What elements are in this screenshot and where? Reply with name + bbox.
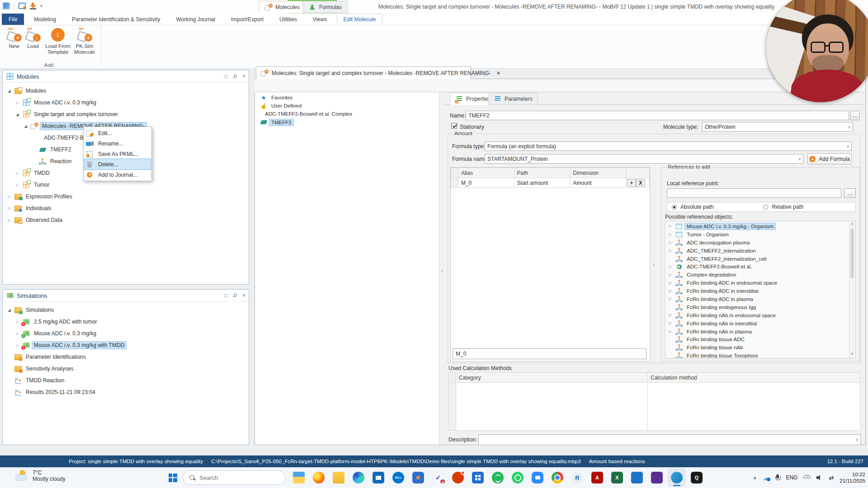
simulations-tree-item[interactable]: Parameter Identifications	[3, 351, 249, 363]
local-reference-ellipsis-button[interactable]: …	[844, 188, 856, 198]
pksim-molecule-button[interactable]: OH PK-Sim Molecule	[71, 27, 99, 61]
menu-tab[interactable]: File	[2, 14, 24, 25]
expander-icon[interactable]	[6, 89, 12, 93]
expander-icon[interactable]	[667, 224, 673, 228]
referenced-object-item[interactable]: Complex degradation	[666, 271, 855, 279]
taskbar-app-slot[interactable]	[529, 469, 546, 486]
simulations-tree-item[interactable]: Mouse ADC i.v. 0.3 mg/kg with TMDD	[3, 339, 249, 351]
molecule-type-select[interactable]: OtherProtein	[702, 122, 853, 131]
taskbar-app-slot[interactable]	[370, 469, 387, 486]
name-ellipsis-button[interactable]: …	[850, 111, 860, 120]
simulations-tree-item[interactable]: 2.5 mg/kg ADC with tumor	[3, 316, 249, 328]
edge-icon[interactable]	[353, 472, 364, 483]
col-dimension[interactable]: Dimension	[570, 168, 626, 178]
expander-icon[interactable]	[667, 321, 673, 325]
referenced-object-item[interactable]: FcRn binding nAb in plasma	[666, 328, 855, 336]
modules-tree-item[interactable]: Individuals	[3, 202, 249, 214]
context-menu-item[interactable]: Delete...	[85, 159, 151, 169]
expander-icon[interactable]	[667, 281, 673, 285]
expander-icon[interactable]	[667, 273, 673, 277]
menu-tab[interactable]: Parameter Identification & Sensitivity	[66, 14, 166, 25]
taskbar-app-slot[interactable]	[628, 469, 646, 486]
name-field[interactable]: TMEFF2	[466, 111, 849, 120]
menu-tab[interactable]: Edit Molecule	[337, 14, 382, 25]
expander-icon[interactable]	[14, 101, 20, 105]
expander-icon[interactable]	[6, 195, 12, 199]
collapse-right-icon[interactable]: ›	[651, 258, 656, 271]
start-button[interactable]	[167, 472, 178, 483]
context-menu-item[interactable]: Edit...	[85, 128, 151, 138]
cell-path[interactable]: Start amount	[514, 178, 570, 188]
menu-tab[interactable]: Import/Export	[225, 14, 269, 25]
molecule-list-item[interactable]: TMEFF2	[255, 118, 439, 127]
weather-widget[interactable]: 7°CMostly cloudy	[15, 469, 66, 482]
expander-icon[interactable]	[6, 218, 12, 222]
taskbar-app-slot[interactable]	[549, 469, 566, 486]
folder-icon[interactable]	[333, 472, 344, 483]
add-reference-button[interactable]: +	[627, 179, 636, 187]
context-menu-item[interactable]: Rename...	[85, 138, 151, 149]
close-icon[interactable]: ×	[242, 292, 245, 299]
col-alias[interactable]: Alias	[458, 168, 514, 178]
menu-tab[interactable]: Working Journal	[170, 14, 221, 25]
expander-icon[interactable]	[14, 183, 20, 187]
referenced-object-item[interactable]: FcRn binding tissue ADC	[666, 335, 855, 343]
taskbar-app-slot[interactable]	[469, 469, 486, 486]
taskbar-app-slot[interactable]: DELL	[390, 469, 407, 486]
referenced-object-item[interactable]: FcRn binding endogenous Igg	[666, 303, 855, 311]
expander-icon[interactable]	[667, 240, 673, 244]
dell-icon[interactable]: DELL	[392, 472, 404, 483]
taskbar-app-slot[interactable]: A	[589, 469, 606, 486]
store-icon[interactable]	[373, 472, 384, 483]
load-molecule-button[interactable]: OH Load	[20, 27, 46, 61]
search-input[interactable]	[199, 474, 267, 481]
taskbar-app-slot[interactable]: ✓ 4	[429, 469, 447, 486]
description-field[interactable]	[478, 434, 861, 445]
taskbar-app-slot[interactable]	[509, 469, 526, 486]
referenced-object-item[interactable]: ADC-TMEFF2-Boswell et al.	[666, 263, 855, 271]
formula-name-select[interactable]: STARTAMOUNT_Protein	[485, 154, 803, 164]
spotify-icon[interactable]	[492, 472, 504, 483]
todo-icon[interactable]: ✓ 4	[432, 472, 444, 483]
absolute-path-radio[interactable]	[672, 205, 677, 210]
scroll-down-icon[interactable]: ∨	[849, 352, 855, 357]
search-box[interactable]	[183, 470, 286, 485]
formula-type-select[interactable]: Formula (an explicit formula)	[485, 141, 852, 151]
taskbar-app-slot[interactable]	[489, 469, 506, 486]
add-formula-button[interactable]: + Add Formula	[807, 153, 852, 164]
modules-tree-item[interactable]: Single target and complex turnover	[3, 108, 249, 120]
firefox-icon[interactable]	[313, 472, 325, 483]
molecule-list-item[interactable]: Favorites	[255, 94, 439, 102]
taskbar-app-slot[interactable]	[310, 469, 327, 486]
purple-app-icon[interactable]	[651, 472, 663, 483]
camera-app-icon[interactable]	[532, 472, 543, 483]
local-reference-field[interactable]	[667, 188, 841, 198]
taskbar-app-slot[interactable]	[449, 469, 467, 486]
taskbar-app-slot[interactable]	[648, 469, 665, 486]
expander-icon[interactable]	[14, 343, 20, 347]
col-method[interactable]: Calculation method	[648, 373, 860, 383]
scrollbar[interactable]: ∧ ∨	[849, 222, 855, 357]
load-from-template-button[interactable]: Load From Template	[43, 27, 72, 61]
table-row[interactable]: M_0 Start amount Amount +X	[451, 178, 650, 188]
remove-reference-button[interactable]: X	[636, 179, 645, 187]
formula-text-field[interactable]: M_0	[453, 348, 646, 359]
cell-dimension[interactable]: Amount	[570, 178, 626, 188]
simulations-tree-item[interactable]: Simulations	[3, 304, 249, 316]
clock[interactable]: 10:2221/11/2025	[840, 471, 865, 484]
expander-icon[interactable]	[667, 249, 673, 253]
pin-icon[interactable]: ⚲	[231, 292, 239, 299]
taskbar-app-slot[interactable]: R	[569, 469, 586, 486]
expander-icon[interactable]	[667, 232, 673, 236]
referenced-object-item[interactable]: FcRn binding tissue nAb	[666, 343, 855, 352]
customize-toolbar-icon[interactable]: ▾	[40, 4, 42, 8]
simulations-tree-item[interactable]: Mouse ADC i.v. 0.3 mg/kg	[3, 328, 249, 339]
referenced-object-item[interactable]: FcRn binding ADC in plasma	[666, 295, 855, 303]
maximize-icon[interactable]: □	[224, 73, 227, 80]
expander-icon[interactable]	[14, 320, 20, 324]
taskbar-app-slot[interactable]	[290, 469, 307, 486]
mobi-icon[interactable]	[671, 472, 683, 483]
modules-tree-item[interactable]: Modules	[3, 85, 249, 97]
open-project-icon[interactable]	[19, 3, 26, 9]
menu-tab[interactable]: Views	[307, 14, 333, 25]
